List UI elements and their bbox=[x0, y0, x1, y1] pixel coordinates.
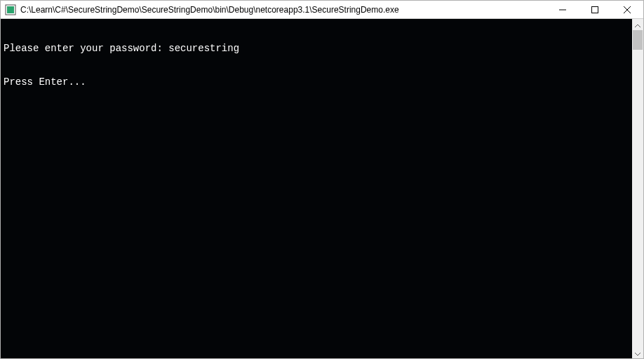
maximize-icon bbox=[591, 6, 598, 13]
window-controls bbox=[546, 1, 643, 18]
chevron-down-icon bbox=[635, 346, 640, 358]
console-body: Please enter your password: securestring… bbox=[1, 19, 643, 358]
console-window: C:\Learn\C#\SecureStringDemo\SecureStrin… bbox=[0, 0, 644, 359]
console-output[interactable]: Please enter your password: securestring… bbox=[1, 19, 632, 358]
console-app-icon bbox=[5, 4, 16, 15]
window-title: C:\Learn\C#\SecureStringDemo\SecureStrin… bbox=[20, 5, 546, 15]
vertical-scrollbar[interactable] bbox=[632, 19, 643, 358]
close-icon bbox=[624, 6, 631, 13]
scroll-down-button[interactable] bbox=[632, 347, 643, 358]
svg-rect-3 bbox=[592, 6, 598, 13]
console-line: Please enter your password: securestring bbox=[4, 43, 629, 54]
scroll-track[interactable] bbox=[632, 30, 643, 347]
titlebar[interactable]: C:\Learn\C#\SecureStringDemo\SecureStrin… bbox=[1, 1, 643, 19]
scroll-up-button[interactable] bbox=[632, 19, 643, 30]
close-button[interactable] bbox=[611, 1, 643, 18]
chevron-up-icon bbox=[635, 19, 640, 31]
scroll-thumb[interactable] bbox=[633, 30, 643, 50]
console-line: Press Enter... bbox=[4, 76, 629, 88]
minimize-icon bbox=[559, 6, 566, 13]
minimize-button[interactable] bbox=[546, 1, 579, 18]
svg-rect-1 bbox=[7, 6, 14, 13]
maximize-button[interactable] bbox=[579, 1, 611, 18]
